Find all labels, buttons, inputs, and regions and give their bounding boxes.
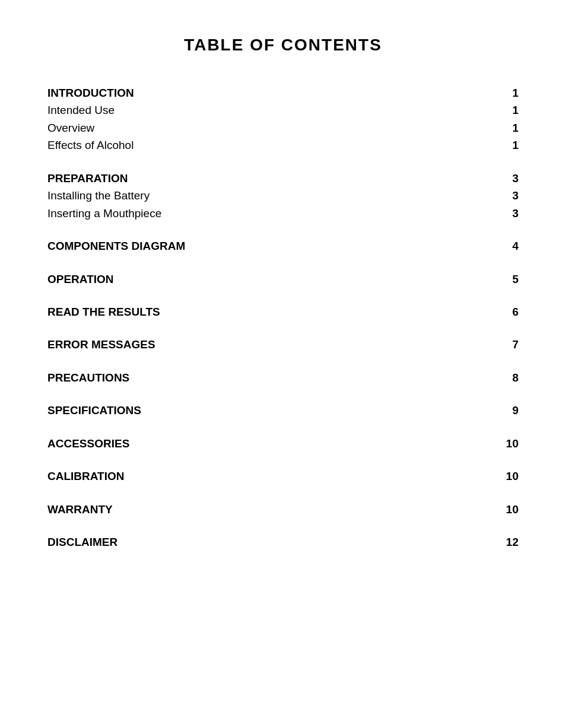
section-header-operation: OPERATION5 bbox=[47, 271, 519, 288]
sub-row-installing-the-battery: Installing the Battery3 bbox=[47, 187, 519, 204]
section-page-calibration: 10 bbox=[495, 468, 519, 485]
section-header-components-diagram: COMPONENTS DIAGRAM4 bbox=[47, 237, 519, 255]
section-group-operation: OPERATION5 bbox=[47, 271, 519, 288]
section-page-precautions: 8 bbox=[495, 369, 519, 386]
section-group-warranty: WARRANTY10 bbox=[47, 501, 519, 518]
section-label-error-messages: ERROR MESSAGES bbox=[47, 336, 495, 353]
sub-row-inserting-a-mouthpiece: Inserting a Mouthpiece3 bbox=[47, 205, 519, 222]
section-group-error-messages: ERROR MESSAGES7 bbox=[47, 336, 519, 353]
section-label-precautions: PRECAUTIONS bbox=[47, 369, 495, 386]
subsection-page: 1 bbox=[495, 119, 519, 136]
section-group-specifications: SPECIFICATIONS9 bbox=[47, 402, 519, 419]
section-group-components-diagram: COMPONENTS DIAGRAM4 bbox=[47, 237, 519, 255]
section-group-disclaimer: DISCLAIMER12 bbox=[47, 533, 519, 551]
section-page-disclaimer: 12 bbox=[495, 533, 519, 551]
section-header-specifications: SPECIFICATIONS9 bbox=[47, 402, 519, 419]
section-group-read-the-results: READ THE RESULTS6 bbox=[47, 303, 519, 320]
sub-row-effects-of-alcohol: Effects of Alcohol1 bbox=[47, 136, 519, 154]
subsection-page: 3 bbox=[495, 205, 519, 222]
sub-row-overview: Overview1 bbox=[47, 119, 519, 136]
section-page-warranty: 10 bbox=[495, 501, 519, 518]
subsection-label: Intended Use bbox=[47, 101, 495, 119]
section-header-error-messages: ERROR MESSAGES7 bbox=[47, 336, 519, 353]
section-label-operation: OPERATION bbox=[47, 271, 495, 288]
section-label-components-diagram: COMPONENTS DIAGRAM bbox=[47, 237, 495, 255]
section-page-error-messages: 7 bbox=[495, 336, 519, 353]
section-label-calibration: CALIBRATION bbox=[47, 468, 495, 485]
section-header-accessories: ACCESSORIES10 bbox=[47, 435, 519, 452]
section-header-warranty: WARRANTY10 bbox=[47, 501, 519, 518]
section-label-introduction: INTRODUCTION bbox=[47, 84, 495, 101]
section-page-specifications: 9 bbox=[495, 402, 519, 419]
section-page-introduction: 1 bbox=[495, 84, 519, 101]
section-header-precautions: PRECAUTIONS8 bbox=[47, 369, 519, 386]
subsection-label: Inserting a Mouthpiece bbox=[47, 205, 495, 222]
section-group-calibration: CALIBRATION10 bbox=[47, 468, 519, 485]
toc-container: INTRODUCTION1Intended Use1Overview1Effec… bbox=[47, 84, 519, 551]
section-page-operation: 5 bbox=[495, 271, 519, 288]
section-group-introduction: INTRODUCTION1Intended Use1Overview1Effec… bbox=[47, 84, 519, 154]
section-page-components-diagram: 4 bbox=[495, 237, 519, 255]
section-header-disclaimer: DISCLAIMER12 bbox=[47, 533, 519, 551]
section-page-read-the-results: 6 bbox=[495, 303, 519, 320]
section-group-accessories: ACCESSORIES10 bbox=[47, 435, 519, 452]
section-label-disclaimer: DISCLAIMER bbox=[47, 533, 495, 551]
section-page-accessories: 10 bbox=[495, 435, 519, 452]
section-header-calibration: CALIBRATION10 bbox=[47, 468, 519, 485]
section-label-warranty: WARRANTY bbox=[47, 501, 495, 518]
subsection-label: Overview bbox=[47, 119, 495, 136]
section-header-preparation: PREPARATION3 bbox=[47, 170, 519, 187]
section-group-precautions: PRECAUTIONS8 bbox=[47, 369, 519, 386]
section-label-accessories: ACCESSORIES bbox=[47, 435, 495, 452]
subsection-page: 1 bbox=[495, 136, 519, 154]
subsection-page: 1 bbox=[495, 101, 519, 119]
section-page-preparation: 3 bbox=[495, 170, 519, 187]
section-label-read-the-results: READ THE RESULTS bbox=[47, 303, 495, 320]
section-header-introduction: INTRODUCTION1 bbox=[47, 84, 519, 101]
sub-row-intended-use: Intended Use1 bbox=[47, 101, 519, 119]
subsection-label: Effects of Alcohol bbox=[47, 136, 495, 154]
page-title: TABLE OF CONTENTS bbox=[47, 36, 519, 55]
section-label-preparation: PREPARATION bbox=[47, 170, 495, 187]
subsection-page: 3 bbox=[495, 187, 519, 204]
section-group-preparation: PREPARATION3Installing the Battery3Inser… bbox=[47, 170, 519, 222]
section-label-specifications: SPECIFICATIONS bbox=[47, 402, 495, 419]
section-header-read-the-results: READ THE RESULTS6 bbox=[47, 303, 519, 320]
subsection-label: Installing the Battery bbox=[47, 187, 495, 204]
